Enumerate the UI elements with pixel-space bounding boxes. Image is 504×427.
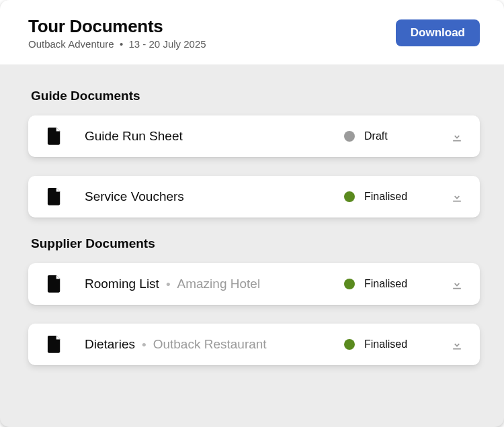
download-icon[interactable]	[450, 190, 464, 203]
document-name: Dietaries	[85, 337, 135, 352]
download-icon[interactable]	[450, 130, 464, 143]
page-subtitle: Outback Adventure • 13 - 20 July 2025	[28, 38, 206, 50]
document-name-wrap: Service Vouchers	[85, 189, 344, 204]
status-label: Draft	[364, 130, 388, 142]
document-name: Rooming List	[85, 277, 159, 291]
status-dot	[344, 191, 355, 202]
status-dot	[344, 131, 355, 142]
section-title-supplier-documents: Supplier Documents	[31, 236, 480, 251]
separator-dot: •	[142, 338, 146, 351]
download-icon[interactable]	[450, 338, 464, 351]
document-supplier: Outback Restaurant	[153, 337, 267, 352]
document-name-wrap: Guide Run Sheet	[85, 129, 344, 144]
status: Finalised	[344, 338, 445, 350]
document-row[interactable]: Dietaries • Outback Restaurant Finalised	[28, 324, 480, 365]
document-icon	[47, 275, 62, 293]
document-name: Service Vouchers	[85, 189, 184, 204]
document-icon	[47, 188, 62, 205]
document-icon	[47, 336, 62, 353]
download-icon[interactable]	[450, 277, 464, 291]
status-dot	[344, 279, 355, 289]
status-label: Finalised	[364, 278, 407, 290]
page-title: Tour Documents	[28, 16, 206, 37]
status: Finalised	[344, 278, 445, 290]
tour-name: Outback Adventure	[28, 38, 114, 50]
status-label: Finalised	[364, 191, 407, 203]
body: Guide Documents Guide Run Sheet Draft Se…	[0, 64, 504, 400]
document-row[interactable]: Guide Run Sheet Draft	[28, 115, 480, 157]
separator-dot: •	[166, 278, 171, 291]
document-name-wrap: Dietaries • Outback Restaurant	[85, 337, 344, 352]
header: Tour Documents Outback Adventure • 13 - …	[0, 0, 504, 64]
status: Draft	[344, 130, 445, 142]
download-all-button[interactable]: Download	[396, 19, 480, 46]
section-title-guide-documents: Guide Documents	[31, 89, 480, 103]
document-name-wrap: Rooming List • Amazing Hotel	[85, 277, 344, 291]
document-name: Guide Run Sheet	[85, 129, 183, 144]
document-supplier: Amazing Hotel	[177, 277, 261, 291]
status-label: Finalised	[364, 338, 407, 350]
header-text: Tour Documents Outback Adventure • 13 - …	[28, 16, 206, 50]
document-row[interactable]: Service Vouchers Finalised	[28, 176, 480, 218]
tour-documents-card: Tour Documents Outback Adventure • 13 - …	[0, 0, 504, 427]
tour-date-range: 13 - 20 July 2025	[129, 38, 206, 50]
document-icon	[47, 128, 62, 145]
status-dot	[344, 339, 355, 350]
document-row[interactable]: Rooming List • Amazing Hotel Finalised	[28, 263, 480, 305]
status: Finalised	[344, 191, 445, 203]
